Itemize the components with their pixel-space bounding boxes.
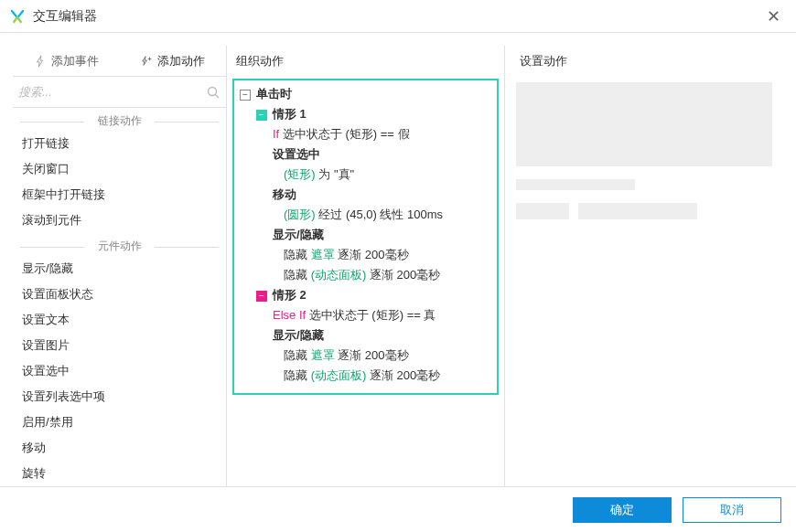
action-list: 链接动作 打开链接关闭窗口框架中打开链接滚动到元件 元件动作 显示/隐藏设置面板…	[13, 108, 226, 486]
right-panel: 设置动作	[505, 46, 783, 486]
tree-action-detail[interactable]: (圆形) 经过 (45,0) 线性 100ms	[236, 205, 495, 225]
tab-add-event[interactable]: 添加事件	[13, 46, 120, 76]
group-header-widget: 元件动作	[13, 239, 226, 254]
action-item[interactable]: 设置图片	[13, 333, 226, 358]
search-input[interactable]	[18, 85, 206, 99]
event-label: 单击时	[256, 86, 292, 102]
tab-label: 添加事件	[51, 53, 99, 69]
close-icon[interactable]: ✕	[759, 6, 787, 27]
case-label: 情形 1	[273, 106, 307, 122]
condition-text: 选中状态于 (矩形) == 真	[309, 308, 436, 322]
action-item[interactable]: 设置文本	[13, 307, 226, 333]
action-item[interactable]: 移动	[13, 435, 226, 461]
tree-action-label[interactable]: 移动	[236, 185, 495, 205]
tree-action-label[interactable]: 显示/隐藏	[236, 225, 495, 245]
tree-action-detail[interactable]: (矩形) 为 "真"	[236, 165, 495, 185]
tree-action-label[interactable]: 设置选中	[236, 144, 495, 165]
svg-point-0	[209, 87, 217, 95]
search-icon[interactable]	[206, 85, 221, 100]
cancel-button[interactable]: 取消	[683, 497, 781, 523]
middle-panel: 组织动作 − 单击时 − 情形 1 If 选中状态于 (矩形) == 假 设置选…	[227, 46, 505, 486]
collapse-icon[interactable]: −	[240, 90, 251, 101]
config-placeholder	[516, 203, 569, 219]
tree-action-detail[interactable]: 隐藏 (动态面板) 逐渐 200毫秒	[236, 366, 495, 386]
condition-text: 选中状态于 (矩形) == 假	[283, 127, 410, 141]
config-placeholder	[578, 203, 697, 219]
tree-event[interactable]: − 单击时	[236, 84, 495, 104]
config-placeholder	[516, 179, 635, 190]
if-keyword: If	[273, 127, 279, 141]
group-header-link: 链接动作	[13, 113, 226, 129]
title-bar: 交互编辑器 ✕	[0, 0, 796, 33]
action-item[interactable]: 启用/禁用	[13, 410, 226, 435]
collapse-icon[interactable]: −	[256, 110, 267, 121]
tree-condition[interactable]: If 选中状态于 (矩形) == 假	[236, 124, 495, 144]
action-tree[interactable]: − 单击时 − 情形 1 If 选中状态于 (矩形) == 假 设置选中 (矩形…	[232, 79, 499, 395]
tab-add-action[interactable]: 添加动作	[120, 46, 227, 76]
action-item[interactable]: 设置面板状态	[13, 282, 226, 307]
left-panel: 添加事件 添加动作 链接动作 打开链接关闭窗口框架中打开链接滚动到元件 元件	[13, 46, 227, 486]
lightning-icon	[34, 55, 47, 68]
svg-line-1	[216, 94, 220, 98]
action-item[interactable]: 滚动到元件	[13, 207, 226, 233]
action-item[interactable]: 显示/隐藏	[13, 256, 226, 282]
action-item[interactable]: 框架中打开链接	[13, 182, 226, 207]
collapse-icon[interactable]: −	[256, 291, 267, 302]
right-header: 设置动作	[516, 46, 772, 79]
config-placeholder	[516, 82, 772, 166]
tree-action-detail[interactable]: 隐藏 遮罩 逐渐 200毫秒	[236, 346, 495, 366]
tree-case[interactable]: − 情形 1	[236, 104, 495, 124]
elseif-keyword: Else If	[273, 308, 306, 322]
action-item[interactable]: 关闭窗口	[13, 156, 226, 182]
tree-case[interactable]: − 情形 2	[236, 285, 495, 305]
action-item[interactable]: 打开链接	[13, 131, 226, 156]
tree-action-detail[interactable]: 隐藏 遮罩 逐渐 200毫秒	[236, 245, 495, 265]
tree-action-detail[interactable]: 隐藏 (动态面板) 逐渐 200毫秒	[236, 265, 495, 285]
window-title: 交互编辑器	[33, 8, 759, 25]
case-label: 情形 2	[273, 287, 307, 303]
action-item[interactable]: 设置列表选中项	[13, 384, 226, 410]
bolt-plus-icon	[140, 55, 153, 68]
tab-label: 添加动作	[157, 53, 205, 69]
tree-condition[interactable]: Else If 选中状态于 (矩形) == 真	[236, 305, 495, 325]
action-item[interactable]: 设置选中	[13, 358, 226, 384]
action-item[interactable]: 旋转	[13, 461, 226, 486]
footer: 确定 取消	[0, 486, 796, 532]
tree-action-label[interactable]: 显示/隐藏	[236, 325, 495, 346]
ok-button[interactable]: 确定	[573, 497, 672, 523]
app-logo-icon	[9, 8, 26, 25]
mid-header: 组织动作	[232, 46, 499, 79]
